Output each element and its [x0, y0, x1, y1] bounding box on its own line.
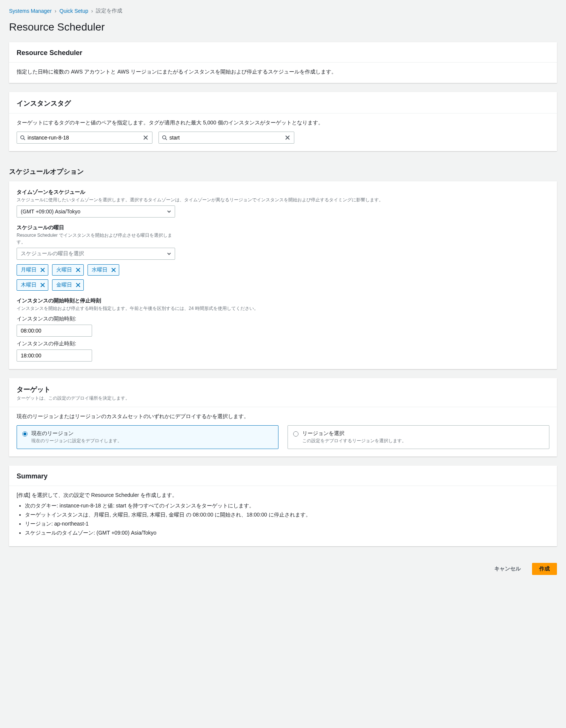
panel-description: ターゲットにするタグのキーと値のペアを指定します。タグが適用された最大 5,00…	[17, 120, 549, 126]
days-select[interactable]: スケジュールの曜日を選択	[17, 248, 175, 260]
target-option-choose-regions[interactable]: リージョンを選択 この設定をデプロイするリージョンを選択します。	[288, 425, 549, 449]
summary-item: リージョン: ap-northeast-1	[25, 521, 549, 527]
summary-list: 次のタグキー: instance-run-8-18 と値: start を持つす…	[25, 503, 549, 536]
times-label: インスタンスの開始時刻と停止時刻	[17, 297, 549, 304]
summary-item: 次のタグキー: instance-run-8-18 と値: start を持つす…	[25, 503, 549, 509]
chevron-right-icon: ›	[91, 8, 93, 14]
radio-icon	[293, 431, 298, 437]
target-option-current-region[interactable]: 現在のリージョン 現在のリージョンに設定をデプロイします。	[17, 425, 278, 449]
day-token: 金曜日	[52, 279, 84, 291]
panel-instance-tags: インスタンスタグ ターゲットにするタグのキーと値のペアを指定します。タグが適用さ…	[9, 92, 557, 151]
panel-title: Resource Scheduler	[17, 49, 549, 57]
caret-down-icon	[167, 208, 171, 215]
start-time-label: インスタンスの開始時刻:	[17, 316, 549, 322]
tag-value-input[interactable]	[167, 135, 283, 141]
search-icon	[162, 135, 167, 140]
panel-description: 指定した日時に複数の AWS アカウントと AWS リージョンにまたがるインスタ…	[17, 69, 549, 75]
summary-item: ターゲットインスタンスは、月曜日, 火曜日, 水曜日, 木曜日, 金曜日 の 0…	[25, 512, 549, 518]
svg-line-1	[24, 139, 25, 140]
day-token-label: 火曜日	[56, 267, 72, 273]
section-title: スケジュールオプション	[9, 160, 557, 181]
tag-value-input-wrap[interactable]	[158, 132, 294, 144]
section-schedule-options: スケジュールオプション タイムゾーンをスケジュール スケジュールに使用したいタイ…	[9, 160, 557, 369]
days-hint: Resource Scheduler でインスタンスを開始および停止させる曜日を…	[17, 232, 175, 245]
times-hint: インスタンスを開始および停止する時刻を指定します。午前と午後を区別するには、24…	[17, 305, 549, 312]
panel-title: Summary	[17, 472, 549, 480]
day-token: 木曜日	[17, 279, 48, 291]
day-token: 月曜日	[17, 264, 48, 276]
days-token-row: 月曜日 火曜日 水曜日	[17, 264, 549, 276]
days-placeholder: スケジュールの曜日を選択	[21, 250, 84, 257]
breadcrumb-link-quick-setup[interactable]: Quick Setup	[60, 8, 88, 14]
svg-point-4	[163, 136, 166, 139]
chevron-right-icon: ›	[55, 8, 57, 14]
radio-icon	[22, 431, 28, 437]
radio-title: 現在のリージョン	[31, 430, 122, 437]
breadcrumb-current: 設定を作成	[96, 8, 122, 14]
panel-targets: ターゲット ターゲットは、この設定のデプロイ場所を決定します。 現在のリージョン…	[9, 378, 557, 457]
targets-description: 現在のリージョンまたはリージョンのカスタムセットのいずれかにデプロイするかを選択…	[17, 413, 549, 420]
day-token: 水曜日	[88, 264, 119, 276]
clear-icon[interactable]	[142, 133, 150, 142]
panel-resource-scheduler: Resource Scheduler 指定した日時に複数の AWS アカウントと…	[9, 42, 557, 83]
timezone-value: (GMT +09:00) Asia/Tokyo	[21, 208, 80, 215]
caret-down-icon	[167, 251, 171, 257]
cancel-button[interactable]: キャンセル	[488, 563, 528, 575]
panel-title: ターゲット	[17, 385, 549, 394]
remove-icon[interactable]	[40, 283, 45, 287]
timezone-label: タイムゾーンをスケジュール	[17, 189, 549, 196]
start-time-input[interactable]	[17, 325, 92, 337]
search-icon	[20, 135, 25, 140]
day-token-label: 水曜日	[92, 267, 108, 273]
footer-actions: キャンセル 作成	[9, 555, 557, 575]
day-token-label: 金曜日	[56, 282, 72, 288]
days-label: スケジュールの曜日	[17, 224, 549, 231]
remove-icon[interactable]	[40, 268, 45, 272]
timezone-select[interactable]: (GMT +09:00) Asia/Tokyo	[17, 205, 175, 218]
remove-icon[interactable]	[76, 268, 80, 272]
panel-title: インスタンスタグ	[17, 99, 549, 108]
page-title: Resource Scheduler	[9, 21, 557, 33]
tag-key-input-wrap[interactable]	[17, 132, 152, 144]
remove-icon[interactable]	[76, 283, 80, 287]
summary-lead: [作成] を選択して、次の設定で Resource Scheduler を作成し…	[17, 492, 549, 499]
radio-title: リージョンを選択	[302, 430, 406, 437]
panel-subtitle: ターゲットは、この設定のデプロイ場所を決定します。	[17, 395, 549, 402]
tag-key-input[interactable]	[25, 135, 142, 141]
day-token: 火曜日	[52, 264, 84, 276]
summary-item: スケジュールのタイムゾーン: (GMT +09:00) Asia/Tokyo	[25, 530, 549, 536]
panel-summary: Summary [作成] を選択して、次の設定で Resource Schedu…	[9, 466, 557, 546]
stop-time-label: インスタンスの停止時刻:	[17, 340, 549, 347]
radio-subtitle: 現在のリージョンに設定をデプロイします。	[31, 438, 122, 444]
radio-subtitle: この設定をデプロイするリージョンを選択します。	[302, 438, 406, 444]
svg-line-5	[166, 139, 167, 140]
day-token-label: 木曜日	[21, 282, 37, 288]
day-token-label: 月曜日	[21, 267, 37, 273]
days-token-row: 木曜日 金曜日	[17, 279, 549, 291]
clear-icon[interactable]	[283, 133, 292, 142]
remove-icon[interactable]	[111, 268, 116, 272]
breadcrumb: Systems Manager › Quick Setup › 設定を作成	[9, 8, 557, 14]
stop-time-input[interactable]	[17, 349, 92, 362]
svg-point-0	[21, 136, 24, 139]
timezone-hint: スケジュールに使用したいタイムゾーンを選択します。選択するタイムゾーンは、タイム…	[17, 196, 549, 203]
breadcrumb-link-systems-manager[interactable]: Systems Manager	[9, 8, 52, 14]
create-button[interactable]: 作成	[532, 563, 557, 575]
